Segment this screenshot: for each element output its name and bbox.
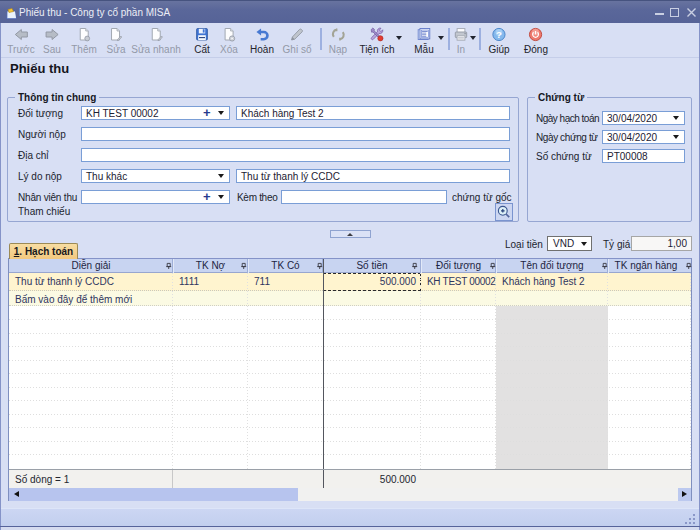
svg-text:?: ?	[496, 29, 502, 40]
